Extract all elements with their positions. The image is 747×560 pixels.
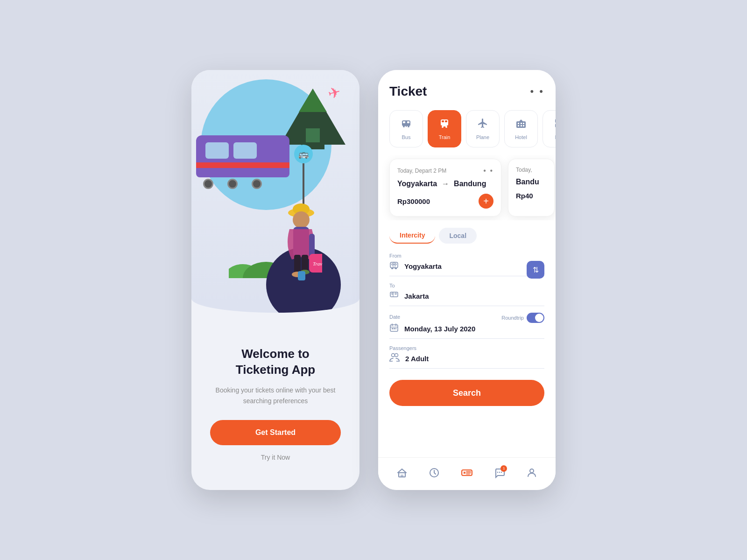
welcome-section: Welcome to Ticketing App Booking your ti…	[196, 313, 355, 490]
get-started-button[interactable]: Get Started	[210, 420, 341, 445]
category-tab-train[interactable]: Train	[428, 110, 461, 147]
search-button[interactable]: Search	[389, 380, 544, 406]
left-phone: ✈ 🚌	[191, 70, 359, 490]
nav-history[interactable]	[429, 467, 440, 481]
svg-point-59	[392, 354, 395, 357]
svg-rect-56	[392, 328, 393, 329]
ticket-header: Ticket • •	[378, 70, 556, 106]
menu-dots-button[interactable]: • •	[530, 85, 544, 98]
category-tab-hotel[interactable]: Hotel	[504, 110, 538, 147]
welcome-title: Welcome to Ticketing App	[236, 346, 315, 378]
category-tabs: Bus Train Plane	[378, 106, 556, 155]
person-figure: Travel	[280, 199, 322, 294]
card-price-2: Rp40	[516, 192, 533, 200]
from-field: From Yogyakarta ⇅	[389, 253, 544, 276]
toggle-thumb	[535, 314, 543, 322]
svg-point-20	[408, 126, 409, 127]
plane-label: Plane	[476, 134, 489, 140]
svg-point-70	[499, 471, 500, 472]
svg-marker-1	[299, 89, 327, 112]
svg-point-71	[501, 471, 502, 472]
svg-rect-48	[390, 292, 398, 297]
card-date-1: Today, Depart 2 PM	[397, 168, 446, 174]
hotel-label: Hotel	[515, 134, 527, 140]
svg-rect-22	[407, 121, 409, 123]
date-value[interactable]: Monday, 13 July 2020	[404, 325, 544, 333]
arrow-icon-1: →	[442, 180, 449, 188]
ticket-card-1[interactable]: Today, Depart 2 PM • • Yogyakarta → Band…	[389, 159, 501, 217]
from-station-icon	[389, 260, 399, 272]
svg-rect-35	[518, 125, 519, 126]
svg-point-47	[395, 267, 397, 269]
svg-rect-10	[294, 255, 301, 273]
svg-rect-11	[302, 255, 308, 271]
nav-profile[interactable]	[526, 467, 537, 481]
svg-point-72	[530, 469, 534, 473]
svg-rect-36	[521, 125, 522, 126]
card-date-2: Today,	[516, 167, 532, 173]
ticket-cards-container: Today, Depart 2 PM • • Yogyakarta → Band…	[378, 155, 556, 220]
card-from-2: Bandu	[516, 178, 539, 186]
history-icon	[429, 467, 440, 481]
tab-intercity[interactable]: Intercity	[389, 228, 435, 244]
search-form: Intercity Local From Yogyakarta	[378, 220, 556, 457]
svg-rect-32	[518, 123, 519, 124]
swap-button[interactable]: ⇅	[527, 261, 544, 279]
svg-rect-3	[306, 128, 320, 142]
try-now-link[interactable]: Try it Now	[261, 454, 290, 461]
svg-rect-23	[406, 121, 407, 127]
category-tab-extra[interactable]: Ex..	[543, 110, 556, 147]
roundtrip-label: Roundtrip	[501, 315, 524, 321]
svg-text:Travel: Travel	[313, 261, 322, 266]
passengers-value[interactable]: 2 Adult	[405, 355, 544, 363]
svg-rect-26	[445, 120, 447, 122]
to-field: To Jakarta	[389, 283, 544, 306]
roundtrip-toggle[interactable]	[527, 313, 544, 323]
ticket-card-2[interactable]: Today, Bandu Rp40	[508, 159, 555, 217]
from-value[interactable]: Yogyakarta	[404, 262, 544, 270]
train	[196, 135, 289, 189]
page-title: Ticket	[389, 84, 427, 99]
hotel-icon	[515, 118, 527, 132]
nav-chat[interactable]: 1	[494, 467, 505, 481]
calendar-icon	[389, 323, 399, 335]
passengers-icon	[389, 353, 400, 364]
category-tab-plane[interactable]: Plane	[466, 110, 500, 147]
svg-rect-34	[523, 123, 524, 124]
svg-rect-27	[441, 124, 448, 126]
nav-ticket[interactable]	[461, 467, 473, 481]
svg-rect-25	[442, 120, 444, 122]
svg-rect-30	[442, 126, 447, 126]
from-label: From	[389, 253, 544, 259]
date-field: Date Roundtrip	[389, 313, 544, 339]
tab-local[interactable]: Local	[439, 228, 477, 244]
add-ticket-button-1[interactable]: +	[479, 194, 493, 209]
to-station-icon	[389, 290, 399, 302]
bus-label: Bus	[402, 134, 411, 140]
welcome-subtitle: Booking your tickets online with your be…	[215, 385, 336, 406]
ticket-nav-icon	[461, 467, 473, 481]
profile-icon	[526, 467, 537, 481]
extra-icon	[554, 118, 556, 132]
svg-rect-57	[394, 328, 395, 329]
svg-rect-50	[395, 293, 396, 294]
category-tab-bus[interactable]: Bus	[389, 110, 423, 147]
svg-rect-37	[523, 125, 524, 126]
svg-rect-31	[516, 121, 526, 128]
card-menu-1[interactable]: • •	[483, 167, 493, 175]
nav-home[interactable]	[396, 467, 408, 481]
train-label: Train	[439, 134, 451, 140]
svg-point-60	[395, 354, 398, 357]
card-to-1: Bandung	[454, 180, 486, 188]
svg-rect-33	[521, 123, 522, 124]
date-label: Date	[389, 314, 400, 320]
card-price-1: Rp300000	[397, 197, 430, 205]
to-label: To	[389, 283, 544, 288]
bus-icon	[401, 118, 412, 132]
train-icon	[439, 118, 450, 132]
to-value[interactable]: Jakarta	[404, 292, 544, 300]
svg-rect-17	[298, 271, 305, 280]
svg-rect-58	[395, 328, 396, 329]
passengers-field: Passengers 2 Adult	[389, 345, 544, 369]
home-icon	[396, 467, 408, 481]
